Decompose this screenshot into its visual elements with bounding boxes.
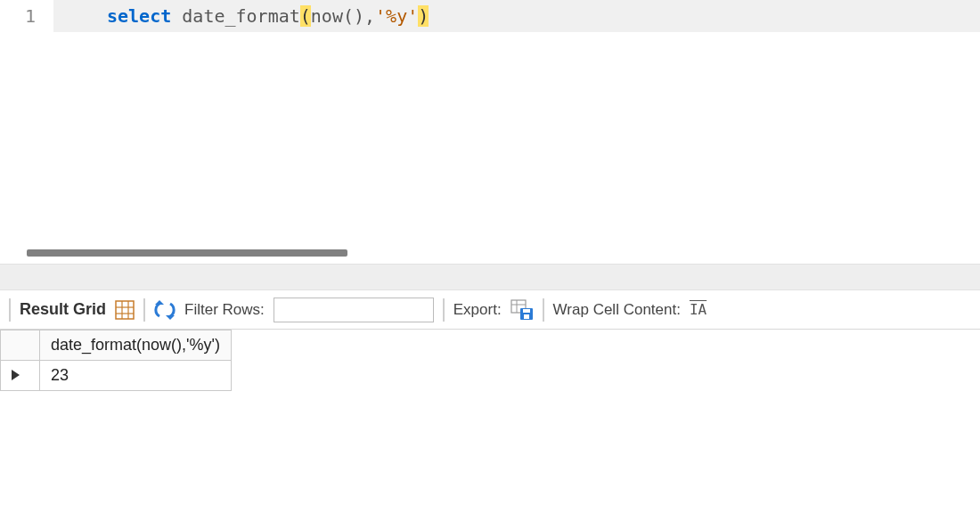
refresh-icon[interactable] (154, 300, 176, 320)
toolbar-separator (543, 298, 544, 322)
line-number: 1 (0, 0, 53, 32)
export-label: Export: (453, 301, 502, 319)
paren-close-highlight: ) (418, 5, 429, 27)
toolbar-separator (143, 298, 145, 322)
grid-view-icon[interactable] (115, 300, 135, 320)
toolbar-separator (9, 298, 11, 322)
editor-whitespace[interactable] (0, 32, 980, 264)
string-literal: %y (386, 5, 407, 27)
panel-divider[interactable] (0, 264, 980, 290)
filter-rows-label: Filter Rows: (184, 301, 265, 319)
result-header-row: date_format(now(),'%y') (1, 330, 232, 361)
result-table: date_format(now(),'%y') 23 (0, 330, 232, 391)
paren-open: ( (343, 5, 354, 27)
paren-close: ) (354, 5, 364, 27)
string-quote-close: ' (407, 5, 418, 27)
function-now: now (311, 5, 343, 27)
space (171, 5, 182, 27)
column-header[interactable]: date_format(now(),'%y') (40, 330, 232, 361)
wrap-cell-label: Wrap Cell Content: (553, 301, 681, 319)
sql-editor[interactable]: 1 select date_format ( now ( ) , ' %y ' … (0, 0, 980, 32)
svg-rect-11 (523, 309, 530, 313)
svg-marker-5 (155, 300, 164, 305)
row-pointer-cell[interactable] (1, 361, 40, 391)
toolbar-separator (443, 298, 445, 322)
svg-rect-12 (524, 314, 529, 319)
keyword-select: select (107, 5, 171, 27)
comma: , (364, 5, 375, 27)
svg-marker-6 (166, 315, 175, 320)
export-save-icon[interactable] (510, 299, 534, 321)
filter-rows-input[interactable] (274, 298, 434, 322)
horizontal-scrollbar[interactable] (27, 249, 347, 257)
sql-code-line[interactable]: select date_format ( now ( ) , ' %y ' ) (53, 0, 980, 32)
cell-value[interactable]: 23 (40, 361, 232, 391)
wrap-cell-icon[interactable]: IA (690, 301, 706, 318)
result-toolbar: Result Grid Filter Rows: Export: (0, 290, 980, 330)
svg-rect-0 (116, 301, 134, 319)
table-row[interactable]: 23 (1, 361, 232, 391)
result-grid-label: Result Grid (20, 300, 106, 319)
current-row-pointer-icon (12, 370, 20, 380)
paren-open-highlight: ( (300, 5, 311, 27)
row-selector-header (1, 330, 40, 361)
function-date_format: date_format (182, 5, 299, 27)
string-quote-open: ' (375, 5, 386, 27)
